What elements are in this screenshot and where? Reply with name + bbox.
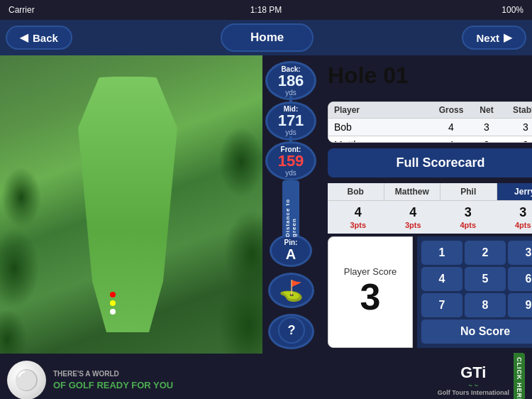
time-label: 1:18 PM [250, 5, 282, 15]
dtg-label: Distance to green [284, 180, 297, 237]
back-value: 186 [278, 73, 304, 89]
mid-value: 171 [278, 113, 304, 129]
player-score-value: 3 [360, 277, 381, 317]
back-unit: yds [285, 89, 297, 97]
numpad-btn-9[interactable]: 9 [508, 293, 532, 317]
red-tee-dot [110, 292, 116, 297]
pin-bubble: Pin: A [270, 234, 312, 267]
header-gross: Gross [433, 105, 469, 115]
ad-line2: OF GOLF READY FOR YOU [53, 380, 173, 392]
player-tab-phil[interactable]: Phil [440, 183, 497, 200]
numpad-btn-6[interactable]: 6 [508, 267, 532, 291]
net-score: 3 [469, 139, 504, 143]
front-distance-bubble: Front: 159 yds [265, 141, 316, 180]
pscore-main: 3 [465, 205, 472, 220]
click-here-tab[interactable]: CLICK HERE [514, 353, 525, 400]
player-score-col-1: 4 3pts [386, 205, 441, 229]
nav-bar: ◀ Back Home Next ▶ [0, 20, 532, 55]
player-tab-jerry[interactable]: Jerry [497, 183, 533, 200]
map-container: Back: 186 yds Mid: 171 yds Front: 159 yd… [0, 55, 319, 355]
no-score-button[interactable]: No Score [421, 319, 532, 344]
next-button[interactable]: Next ▶ [462, 26, 526, 50]
score-rows: Bob 4 3 3 Matthew 4 3 3 Phil 3 2 4 Jerry… [328, 118, 532, 143]
gross-score: 4 [433, 121, 469, 133]
flag-icon[interactable]: ⛳ [268, 273, 314, 308]
front-unit: yds [285, 169, 297, 177]
player-score-col-3: 3 4pts [496, 205, 533, 229]
player-tab-bob[interactable]: Bob [328, 183, 384, 200]
ad-text-block: THERE'S A WORLD OF GOLF READY FOR YOU [53, 368, 173, 392]
pin-label: Pin: [284, 239, 298, 246]
numpad-btn-4[interactable]: 4 [421, 267, 462, 291]
pscore-pts: 3pts [405, 221, 421, 229]
home-button[interactable]: Home [221, 23, 314, 52]
pscore-main: 4 [409, 205, 416, 220]
gross-score: 4 [433, 139, 469, 143]
hole-header: Hole 01 4 5 1 15 [328, 62, 532, 96]
player-tabs: BobMatthewPhilJerry [328, 183, 532, 201]
table-row: Matthew 4 3 3 [328, 136, 532, 143]
numpad-btn-5[interactable]: 5 [465, 267, 506, 291]
yardage-markers [110, 292, 116, 315]
stable-score: 3 [504, 121, 532, 133]
pscore-main: 4 [355, 205, 362, 220]
player-tab-matthew[interactable]: Matthew [384, 183, 441, 200]
pscore-main: 3 [519, 205, 526, 220]
table-row: Bob 4 3 3 [328, 118, 532, 136]
pscore-pts: 4pts [460, 221, 476, 229]
gti-logo[interactable]: GTi ~~ Golf Tours International [438, 364, 509, 396]
ad-bar: ⚪ THERE'S A WORLD OF GOLF READY FOR YOU … [0, 355, 532, 399]
player-score-label: Player Score [344, 266, 397, 277]
status-bar: Carrier 1:18 PM 100% [0, 0, 532, 20]
back-arrow-icon: ◀ [20, 31, 28, 44]
back-button[interactable]: ◀ Back [6, 26, 72, 50]
numpad-btn-1[interactable]: 1 [421, 241, 462, 265]
course-map[interactable] [0, 55, 262, 354]
right-panel: Hole 01 4 5 1 15 Player Gross Net Stable [319, 55, 532, 355]
numpad: 123456789No Score [417, 236, 532, 348]
pin-value: A [286, 246, 296, 263]
next-arrow-icon: ▶ [504, 31, 512, 44]
carrier-label: Carrier [9, 5, 35, 15]
header-player: Player [334, 105, 433, 115]
score-table-header: Player Gross Net Stable [328, 102, 532, 118]
golf-ball-icon: ⚪ [7, 361, 46, 400]
white-tee-dot [110, 309, 116, 315]
score-entry-area: BobMatthewPhilJerry 4 3pts 4 3pts 3 4pts… [328, 183, 532, 348]
numpad-btn-7[interactable]: 7 [421, 293, 462, 317]
back-distance-bubble: Back: 186 yds [265, 61, 316, 100]
player-score-display: Player Score 3 [328, 236, 413, 348]
yellow-tee-dot [110, 300, 116, 306]
net-score: 3 [469, 121, 504, 133]
score-input-section: Player Score 3 123456789No Score [328, 236, 532, 348]
player-score-col-0: 4 3pts [331, 205, 386, 229]
player-name: Matthew [334, 139, 433, 143]
stable-score: 3 [504, 139, 532, 143]
numpad-btn-3[interactable]: 3 [508, 241, 532, 265]
help-button[interactable]: ? [278, 317, 305, 344]
player-name: Bob [334, 121, 433, 133]
mid-distance-bubble: Mid: 171 yds [265, 102, 316, 141]
numpad-btn-2[interactable]: 2 [465, 241, 506, 265]
hole-title: Hole 01 [328, 62, 409, 89]
header-net: Net [469, 105, 504, 115]
player-scores-row: 4 3pts 4 3pts 3 4pts 3 4pts [328, 201, 532, 234]
front-value: 159 [278, 153, 304, 169]
pscore-pts: 3pts [350, 221, 366, 229]
header-stable: Stable [504, 105, 532, 115]
ad-line1: THERE'S A WORLD [53, 368, 173, 380]
pscore-pts: 4pts [515, 221, 531, 229]
battery-label: 100% [501, 5, 523, 15]
player-score-col-2: 3 4pts [440, 205, 496, 229]
full-scorecard-button[interactable]: Full Scorecard [328, 148, 532, 177]
gti-sub: Golf Tours International [438, 389, 509, 396]
mid-unit: yds [285, 129, 297, 136]
numpad-btn-8[interactable]: 8 [465, 293, 506, 317]
distance-panel: Back: 186 yds Mid: 171 yds Front: 159 yd… [262, 55, 319, 355]
score-table: Player Gross Net Stable Bob 4 3 3 Matthe… [328, 102, 532, 143]
